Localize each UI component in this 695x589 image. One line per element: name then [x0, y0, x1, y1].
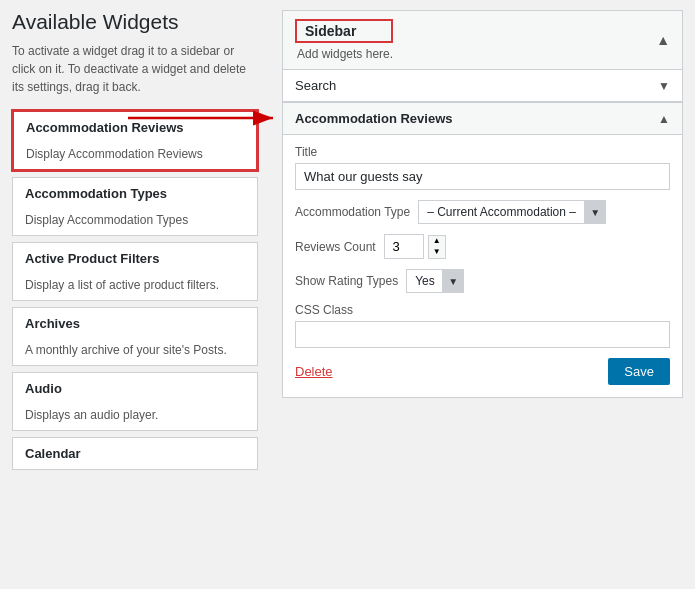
title-field-label: Title: [295, 145, 670, 159]
show-rating-row: Show Rating Types Yes No ▼: [295, 269, 670, 293]
acc-reviews-widget: Accommodation Reviews ▲ Title Accommodat…: [283, 102, 682, 397]
widget-title-archives: Archives: [13, 308, 257, 339]
form-actions: Delete Save: [295, 358, 670, 385]
delete-button[interactable]: Delete: [295, 364, 333, 379]
search-widget: Search ▼: [283, 70, 682, 102]
acc-type-select[interactable]: – Current Accommodation –: [418, 200, 606, 224]
widget-desc-audio: Displays an audio player.: [13, 404, 257, 430]
reviews-count-spinner: ▲ ▼: [428, 235, 446, 259]
available-widgets-panel: Available Widgets To activate a widget d…: [0, 0, 270, 589]
css-class-label: CSS Class: [295, 303, 670, 317]
save-button[interactable]: Save: [608, 358, 670, 385]
show-rating-select-wrapper: Yes No ▼: [406, 269, 464, 293]
acc-type-select-wrapper: – Current Accommodation – ▼: [418, 200, 606, 224]
widget-title-calendar: Calendar: [13, 438, 257, 469]
panel-instructions: To activate a widget drag it to a sideba…: [12, 42, 258, 96]
search-widget-chevron[interactable]: ▼: [658, 79, 670, 93]
widget-item-archives[interactable]: Archives A monthly archive of your site'…: [12, 307, 258, 366]
widget-item-active-product-filters[interactable]: Active Product Filters Display a list of…: [12, 242, 258, 301]
show-rating-select[interactable]: Yes No: [406, 269, 464, 293]
widget-item-calendar[interactable]: Calendar: [12, 437, 258, 470]
title-field-input[interactable]: [295, 163, 670, 190]
reviews-count-label: Reviews Count: [295, 240, 376, 254]
widget-title-audio: Audio: [13, 373, 257, 404]
show-rating-label: Show Rating Types: [295, 274, 398, 288]
acc-reviews-form: Title Accommodation Type – Current Accom…: [283, 135, 682, 397]
widget-desc-active-product-filters: Display a list of active product filters…: [13, 274, 257, 300]
acc-type-label: Accommodation Type: [295, 205, 410, 219]
reviews-count-row: Reviews Count ▲ ▼: [295, 234, 670, 259]
widget-title-accommodation-types: Accommodation Types: [13, 178, 257, 209]
reviews-count-increment[interactable]: ▲: [429, 236, 445, 247]
widget-title-accommodation-reviews: Accommodation Reviews: [14, 112, 256, 143]
widget-desc-accommodation-reviews: Display Accommodation Reviews: [14, 143, 256, 169]
widget-item-accommodation-reviews[interactable]: Accommodation Reviews Display Accommodat…: [12, 110, 258, 171]
sidebar-collapse-icon[interactable]: ▲: [656, 32, 670, 48]
search-widget-label: Search: [295, 78, 336, 93]
sidebar-box: Sidebar Add widgets here. ▲ Search ▼: [282, 10, 683, 398]
css-class-input[interactable]: [295, 321, 670, 348]
widget-desc-accommodation-types: Display Accommodation Types: [13, 209, 257, 235]
reviews-count-input-wrap: ▲ ▼: [384, 234, 446, 259]
css-class-row: CSS Class: [295, 303, 670, 348]
acc-type-row: Accommodation Type – Current Accommodati…: [295, 200, 670, 224]
title-field-row: Title: [295, 145, 670, 190]
widget-item-accommodation-types[interactable]: Accommodation Types Display Accommodatio…: [12, 177, 258, 236]
acc-reviews-collapse-icon[interactable]: ▲: [658, 112, 670, 126]
widget-item-audio[interactable]: Audio Displays an audio player.: [12, 372, 258, 431]
sidebar-title: Sidebar: [295, 19, 393, 43]
sidebar-subtitle: Add widgets here.: [295, 47, 393, 61]
reviews-count-decrement[interactable]: ▼: [429, 247, 445, 258]
sidebar-title-block: Sidebar Add widgets here.: [295, 19, 393, 61]
panel-title: Available Widgets: [12, 10, 258, 34]
reviews-count-input[interactable]: [384, 234, 424, 259]
sidebar-panel: Sidebar Add widgets here. ▲ Search ▼: [270, 0, 695, 589]
widget-desc-archives: A monthly archive of your site's Posts.: [13, 339, 257, 365]
sidebar-header: Sidebar Add widgets here. ▲: [283, 11, 682, 70]
acc-reviews-header: Accommodation Reviews ▲: [283, 103, 682, 135]
widget-title-active-product-filters: Active Product Filters: [13, 243, 257, 274]
acc-reviews-widget-title: Accommodation Reviews: [295, 111, 453, 126]
